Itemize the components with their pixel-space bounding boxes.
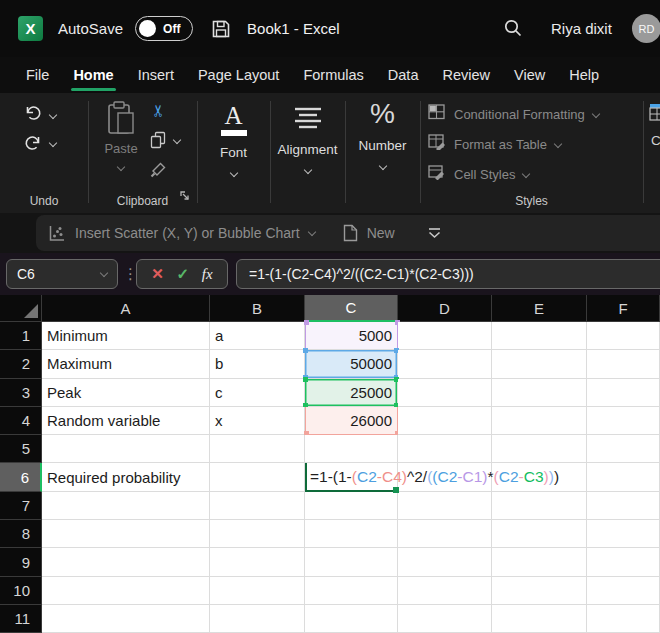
- cell-styles-button[interactable]: Cell Styles: [428, 163, 529, 185]
- redo-icon[interactable]: [24, 135, 42, 151]
- format-painter-icon[interactable]: [150, 161, 167, 182]
- cell-E2[interactable]: [492, 350, 587, 378]
- cell-D8[interactable]: [398, 520, 492, 548]
- name-box[interactable]: C6: [6, 259, 118, 289]
- cell-D1[interactable]: [398, 322, 492, 350]
- cell-F5[interactable]: [587, 435, 660, 463]
- conditional-formatting-button[interactable]: Conditional Formatting: [428, 103, 599, 125]
- cell-E8[interactable]: [492, 520, 587, 548]
- autosave-toggle[interactable]: Off: [135, 16, 193, 41]
- column-header-B[interactable]: B: [210, 295, 305, 322]
- cell-C7[interactable]: [305, 492, 398, 520]
- row-header-11[interactable]: 11: [0, 605, 42, 633]
- menu-file[interactable]: File: [26, 67, 49, 83]
- cell-B4[interactable]: x: [210, 407, 305, 435]
- row-header-1[interactable]: 1: [0, 322, 42, 350]
- cell-A1[interactable]: Minimum: [42, 322, 210, 350]
- name-box-dropdown-icon[interactable]: [100, 268, 108, 276]
- cell-E1[interactable]: [492, 322, 587, 350]
- cell-C9[interactable]: [305, 548, 398, 576]
- avatar[interactable]: RD: [632, 14, 660, 43]
- cell-E7[interactable]: [492, 492, 587, 520]
- row-header-2[interactable]: 2: [0, 350, 42, 378]
- menu-home[interactable]: Home: [73, 67, 113, 83]
- cell-A2[interactable]: Maximum: [42, 350, 210, 378]
- cell-B10[interactable]: [210, 577, 305, 605]
- cell-F8[interactable]: [587, 520, 660, 548]
- cell-F10[interactable]: [587, 577, 660, 605]
- row-header-9[interactable]: 9: [0, 548, 42, 576]
- cell-F4[interactable]: [587, 407, 660, 435]
- cell-B2[interactable]: b: [210, 350, 305, 378]
- cell-E9[interactable]: [492, 548, 587, 576]
- cell-E10[interactable]: [492, 577, 587, 605]
- cell-B9[interactable]: [210, 548, 305, 576]
- cell-E3[interactable]: [492, 379, 587, 407]
- number-expand-icon[interactable]: [378, 162, 386, 170]
- cell-A3[interactable]: Peak: [42, 379, 210, 407]
- ribbon-group-alignment[interactable]: Alignment: [270, 93, 345, 213]
- cut-icon[interactable]: ✂: [149, 104, 168, 117]
- cell-B8[interactable]: [210, 520, 305, 548]
- cell-A11[interactable]: [42, 605, 210, 633]
- cell-B11[interactable]: [210, 605, 305, 633]
- row-header-5[interactable]: 5: [0, 435, 42, 463]
- cell-B6[interactable]: [210, 463, 305, 491]
- cell-A8[interactable]: [42, 520, 210, 548]
- copy-icon[interactable]: [150, 131, 167, 153]
- cell-A10[interactable]: [42, 577, 210, 605]
- cell-B1[interactable]: a: [210, 322, 305, 350]
- cancel-icon[interactable]: ✕: [151, 265, 164, 283]
- new-button[interactable]: New: [367, 225, 395, 241]
- cell-B3[interactable]: c: [210, 379, 305, 407]
- insert-scatter-chart-button[interactable]: Insert Scatter (X, Y) or Bubble Chart: [75, 225, 300, 241]
- column-header-A[interactable]: A: [42, 295, 210, 322]
- row-header-4[interactable]: 4: [0, 407, 42, 435]
- cell-C3[interactable]: 25000: [305, 379, 398, 407]
- save-icon[interactable]: [211, 19, 231, 39]
- copy-dropdown-icon[interactable]: [173, 136, 181, 144]
- ribbon-group-font[interactable]: A Font: [197, 93, 270, 213]
- menu-review[interactable]: Review: [442, 67, 490, 83]
- cell-F7[interactable]: [587, 492, 660, 520]
- cell-D2[interactable]: [398, 350, 492, 378]
- menu-view[interactable]: View: [514, 67, 545, 83]
- menu-page-layout[interactable]: Page Layout: [198, 67, 279, 83]
- cell-C8[interactable]: [305, 520, 398, 548]
- cell-F3[interactable]: [587, 379, 660, 407]
- ribbon-group-number[interactable]: % Number: [345, 93, 420, 213]
- menu-formulas[interactable]: Formulas: [303, 67, 363, 83]
- row-header-7[interactable]: 7: [0, 492, 42, 520]
- formula-input[interactable]: =1-(1-(C2-C4)^2/((C2-C1)*(C2-C3))): [236, 259, 660, 289]
- row-header-10[interactable]: 10: [0, 577, 42, 605]
- cell-E5[interactable]: [492, 435, 587, 463]
- cell-F9[interactable]: [587, 548, 660, 576]
- undo-dropdown-icon[interactable]: [49, 111, 57, 119]
- column-header-C[interactable]: C: [305, 295, 398, 322]
- paste-button[interactable]: Paste: [98, 101, 144, 174]
- cell-C2[interactable]: 50000: [305, 350, 398, 378]
- cell-D7[interactable]: [398, 492, 492, 520]
- row-header-3[interactable]: 3: [0, 379, 42, 407]
- column-header-F[interactable]: F: [587, 295, 660, 322]
- cell-B7[interactable]: [210, 492, 305, 520]
- cell-D9[interactable]: [398, 548, 492, 576]
- cell-D10[interactable]: [398, 577, 492, 605]
- select-all-corner[interactable]: [0, 295, 42, 322]
- redo-dropdown-icon[interactable]: [49, 139, 57, 147]
- insert-function-icon[interactable]: fx: [202, 266, 213, 283]
- cell-D5[interactable]: [398, 435, 492, 463]
- cell-A7[interactable]: [42, 492, 210, 520]
- cell-F1[interactable]: [587, 322, 660, 350]
- menu-help[interactable]: Help: [569, 67, 599, 83]
- cell-D11[interactable]: [398, 605, 492, 633]
- cell-C11[interactable]: [305, 605, 398, 633]
- cell-A9[interactable]: [42, 548, 210, 576]
- paste-dropdown-icon[interactable]: [117, 163, 125, 171]
- cell-C5[interactable]: [305, 435, 398, 463]
- cell-C1[interactable]: 5000: [305, 322, 398, 350]
- cell-C10[interactable]: [305, 577, 398, 605]
- scatter-dropdown-icon[interactable]: [307, 227, 315, 235]
- cell-C6[interactable]: =1-(1-(C2-C4)^2/((C2-C1)*(C2-C3))): [305, 463, 398, 491]
- font-expand-icon[interactable]: [229, 169, 237, 177]
